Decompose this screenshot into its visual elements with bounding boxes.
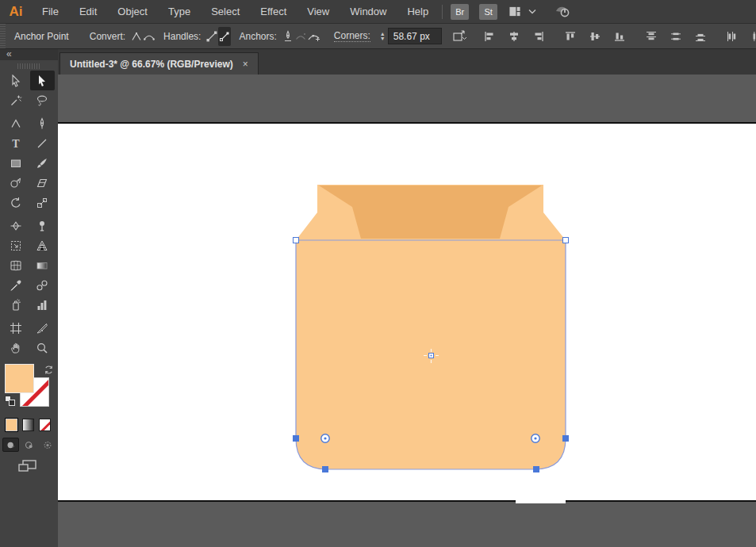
document-tab[interactable]: Untitled-3* @ 66.67% (RGB/Preview) × [59, 52, 259, 75]
hand-tool[interactable] [4, 338, 29, 358]
live-corner-widget-right[interactable] [532, 434, 539, 442]
draw-normal-button[interactable] [2, 438, 19, 452]
rectangle-tool[interactable] [4, 153, 29, 173]
lasso-tool-icon [36, 94, 48, 107]
mesh-tool[interactable] [4, 255, 29, 275]
stepper-down-icon[interactable]: ▼ [380, 36, 386, 41]
distribute-top-button[interactable] [642, 27, 661, 46]
tools-grid: T [0, 71, 58, 358]
convert-to-smooth-button[interactable] [143, 27, 155, 46]
stock-button[interactable]: St [479, 4, 497, 20]
transform-options[interactable] [451, 29, 469, 44]
hide-handles-button[interactable] [218, 27, 231, 46]
puppet-warp-tool[interactable] [30, 216, 55, 235]
remove-anchor-button[interactable] [307, 27, 321, 46]
menu-window[interactable]: Window [340, 0, 397, 24]
corners-link[interactable]: Corners: [334, 30, 370, 42]
menu-bar: Ai FileEditObjectTypeSelectEffectViewWin… [0, 0, 756, 24]
distribute-left-button[interactable] [723, 27, 742, 46]
width-tool[interactable] [4, 216, 29, 235]
free-transform-tool[interactable] [4, 235, 29, 255]
distribute-horizontal-center-button[interactable] [747, 27, 756, 46]
eyedropper-tool[interactable] [4, 275, 29, 295]
tools-panel-grip[interactable] [17, 63, 41, 69]
blend-tool[interactable] [30, 275, 55, 295]
show-handles-button[interactable] [205, 27, 218, 46]
distribute-vertical-center-button[interactable] [666, 27, 685, 46]
align-horizontal-center-button[interactable] [505, 27, 524, 46]
selection-tool[interactable] [30, 71, 55, 90]
align-top-button[interactable] [561, 27, 580, 46]
menu-type[interactable]: Type [158, 0, 201, 24]
line-segment-tool[interactable] [30, 133, 55, 153]
distribute-bottom-button[interactable] [691, 27, 710, 46]
pen-tool[interactable] [30, 113, 55, 133]
none-button[interactable] [39, 419, 51, 431]
align-bottom-button[interactable] [610, 27, 629, 46]
align-vertical-center-button[interactable] [585, 27, 604, 46]
anchor-point-selected[interactable] [294, 436, 299, 442]
perspective-grid-tool[interactable] [30, 235, 55, 255]
default-fill-stroke-icon[interactable] [5, 396, 16, 407]
convert-label: Convert: [90, 31, 125, 42]
menu-object[interactable]: Object [107, 0, 158, 24]
selection-tool-icon [36, 75, 48, 87]
anchor-point[interactable] [563, 238, 569, 243]
tab-close-icon[interactable]: × [243, 59, 248, 70]
magic-wand-tool[interactable] [4, 90, 29, 110]
tool-row [4, 318, 55, 338]
anchor-point-selected[interactable] [323, 467, 328, 472]
collapse-panel-button[interactable]: « [0, 49, 58, 60]
chevron-down-icon[interactable] [528, 9, 536, 14]
align-right-button[interactable] [529, 27, 548, 46]
anchor-point-tool[interactable] [4, 113, 29, 133]
align-left-icon [483, 30, 496, 43]
direct-selection-tool[interactable] [4, 71, 29, 90]
align-left-button[interactable] [480, 27, 499, 46]
tool-row [4, 113, 55, 133]
screen-mode-button[interactable] [17, 458, 58, 477]
pen-tool-icon [36, 117, 48, 130]
zoom-tool[interactable] [30, 338, 55, 358]
slice-tool[interactable] [30, 318, 55, 338]
menu-file[interactable]: File [32, 0, 69, 24]
tool-row [4, 338, 55, 358]
control-bar-grip[interactable] [0, 24, 6, 48]
menu-select[interactable]: Select [201, 0, 250, 24]
artboard-tool[interactable] [4, 318, 29, 338]
anchor-point[interactable] [294, 238, 299, 243]
menu-view[interactable]: View [297, 0, 340, 24]
draw-inside-button[interactable] [39, 438, 56, 452]
anchor-point-selected[interactable] [563, 436, 569, 442]
paint-style-buttons [6, 419, 58, 431]
live-corner-widget-left[interactable] [321, 434, 329, 442]
shape-builder-tool[interactable] [4, 173, 29, 193]
workspace-switcher-icon[interactable] [508, 6, 522, 17]
menu-effect[interactable]: Effect [250, 0, 297, 24]
bridge-button[interactable]: Br [451, 4, 469, 20]
column-graph-tool[interactable] [30, 295, 55, 315]
rotate-tool[interactable] [4, 193, 29, 212]
canvas-area[interactable] [58, 75, 756, 547]
convert-to-corner-button[interactable] [130, 27, 143, 46]
lasso-tool[interactable] [30, 90, 55, 110]
type-tool[interactable]: T [4, 133, 29, 153]
corners-stepper[interactable]: ▲ ▼ [380, 32, 386, 41]
color-button[interactable] [6, 419, 17, 431]
menu-help[interactable]: Help [397, 0, 439, 24]
eraser-tool[interactable] [30, 173, 55, 193]
bag-artwork[interactable] [58, 75, 756, 547]
anchor-point-selected[interactable] [534, 467, 539, 472]
gradient-tool[interactable] [30, 255, 55, 275]
swap-fill-stroke-icon[interactable] [43, 364, 55, 379]
paintbrush-tool[interactable] [30, 153, 55, 173]
free-transform-tool-icon [10, 239, 22, 252]
fill-swatch[interactable] [5, 364, 34, 393]
cut-path-button[interactable] [282, 27, 294, 46]
scale-tool[interactable] [30, 193, 55, 212]
gradient-button[interactable] [22, 419, 34, 431]
menu-edit[interactable]: Edit [69, 0, 107, 24]
corners-value-input[interactable] [388, 28, 442, 44]
symbol-sprayer-tool[interactable] [4, 295, 29, 315]
draw-behind-button[interactable] [21, 438, 37, 452]
